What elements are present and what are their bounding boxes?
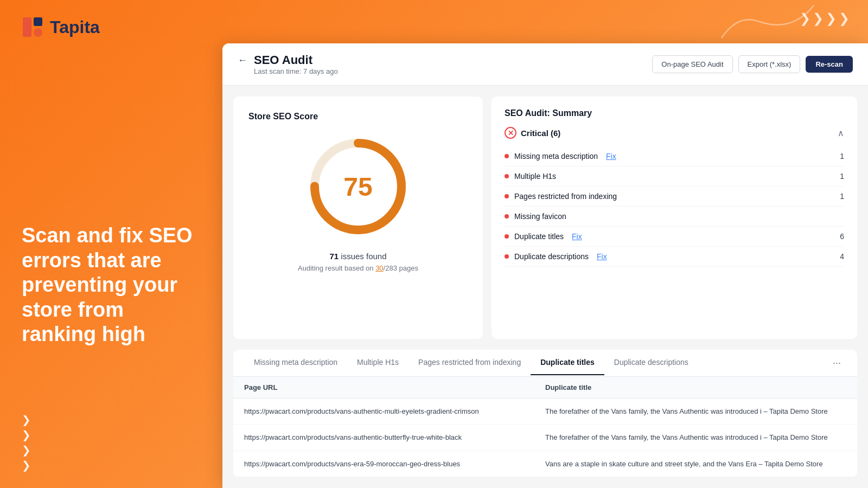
table-row: https://pwacart.com/products/vans-authen… (233, 399, 857, 425)
issue-dot (505, 194, 509, 198)
col1-header: Page URL (244, 383, 545, 391)
svg-rect-1 (34, 17, 42, 26)
fix-link[interactable]: Fix (572, 232, 582, 241)
issue-text: Missing favicon (514, 212, 566, 221)
critical-icon: ✕ (505, 127, 516, 139)
url-cell: https://pwacart.com/products/vans-era-59… (244, 459, 545, 470)
issue-dot (505, 174, 509, 178)
score-card: Store SEO Score 75 71 issues found (233, 97, 483, 339)
hero-text: Scan and fix SEO errors that are prevent… (22, 223, 201, 347)
audit-prefix: Auditing result based on (298, 264, 375, 272)
value-cell: Vans are a staple in skate culture and s… (545, 459, 846, 470)
audit-pages-link[interactable]: 30 (375, 264, 383, 272)
collapse-chevron[interactable]: ∧ (838, 128, 844, 138)
issue-row: Duplicate titlesFix6 (505, 227, 844, 247)
fix-link[interactable]: Fix (597, 252, 607, 261)
issue-text: Duplicate titles (514, 232, 564, 241)
issue-row: Missing meta descriptionFix1 (505, 146, 844, 166)
issues-found: 71 issues found (329, 252, 386, 261)
onpage-seo-audit-button[interactable]: On-page SEO Audit (652, 55, 732, 73)
value-cell: The forefather of the Vans family, the V… (545, 432, 846, 443)
tab-item-0[interactable]: Missing meta description (244, 350, 347, 375)
chevron-4: ❯ (22, 459, 201, 472)
issue-dot (505, 254, 509, 259)
main-content: Store SEO Score 75 71 issues found (222, 86, 868, 350)
issue-text: Pages restricted from indexing (514, 192, 617, 201)
table-rows: https://pwacart.com/products/vans-authen… (233, 399, 857, 478)
url-cell: https://pwacart.com/products/vans-authen… (244, 432, 545, 443)
issue-text: Missing meta description (514, 152, 598, 160)
issue-count: 1 (840, 172, 844, 181)
header-title-row: ← SEO Audit (238, 53, 312, 67)
tab-item-4[interactable]: Duplicate descriptions (604, 350, 698, 375)
issue-left: Pages restricted from indexing (505, 192, 617, 201)
fix-link[interactable]: Fix (606, 152, 616, 160)
issue-count: 6 (840, 232, 844, 241)
table-row: https://pwacart.com/products/vans-era-59… (233, 451, 857, 478)
last-scan-text: Last scan time: 7 days ago (254, 67, 338, 75)
issues-list: Missing meta descriptionFix1 Multiple H1… (505, 146, 844, 267)
issue-count: 1 (840, 152, 844, 160)
chevron-3: ❯ (22, 444, 201, 457)
issues-count: 71 (329, 252, 339, 261)
critical-label: Critical (6) (521, 129, 560, 138)
chevrons-down: ❯ ❯ ❯ ❯ (22, 413, 201, 472)
issue-row: Multiple H1s1 (505, 166, 844, 187)
header-actions: On-page SEO Audit Export (*.xlsx) Re-sca… (652, 55, 853, 73)
issue-row: Pages restricted from indexing1 (505, 187, 844, 207)
tab-item-2[interactable]: Pages restricted from indexing (409, 350, 531, 375)
value-cell: The forefather of the Vans family, the V… (545, 406, 846, 417)
more-tabs-button[interactable]: ··· (827, 350, 846, 376)
tabs-row: Missing meta descriptionMultiple H1sPage… (233, 350, 857, 377)
table-section: Missing meta descriptionMultiple H1sPage… (233, 350, 857, 478)
issue-dot (505, 154, 509, 158)
issue-left: Multiple H1s (505, 172, 556, 181)
critical-header: ✕ Critical (6) ∧ (505, 127, 844, 139)
issues-label: issues found (341, 252, 386, 261)
issue-text: Multiple H1s (514, 172, 556, 181)
critical-left: ✕ Critical (6) (505, 127, 560, 139)
logo-area: Tapita (22, 16, 201, 38)
table-row: https://pwacart.com/products/vans-authen… (233, 425, 857, 451)
donut-center: 75 (343, 172, 372, 202)
audit-result: Auditing result based on 30/283 pages (298, 264, 418, 272)
score-value: 75 (343, 172, 372, 202)
back-button[interactable]: ← (238, 55, 247, 66)
donut-chart: 75 (304, 132, 412, 241)
audit-suffix: /283 pages (384, 264, 418, 272)
issue-left: Missing favicon (505, 212, 566, 221)
tab-item-3[interactable]: Duplicate titles (531, 350, 604, 375)
col2-header: Duplicate title (545, 383, 846, 391)
chevron-2: ❯ (22, 428, 201, 441)
summary-card: SEO Audit: Summary ✕ Critical (6) ∧ Miss… (492, 97, 857, 339)
issue-text: Duplicate descriptions (514, 252, 589, 261)
url-cell: https://pwacart.com/products/vans-authen… (244, 406, 545, 417)
issue-row: Duplicate descriptionsFix4 (505, 247, 844, 267)
issue-count: 4 (840, 252, 844, 261)
decorative-curve (716, 0, 825, 54)
summary-title: SEO Audit: Summary (505, 108, 844, 118)
table-header: Page URL Duplicate title (233, 377, 857, 399)
chevron-1: ❯ (22, 413, 201, 426)
header-left: ← SEO Audit Last scan time: 7 days ago (238, 53, 338, 75)
score-card-title: Store SEO Score (248, 112, 318, 121)
svg-rect-0 (23, 17, 31, 37)
left-panel: Tapita Scan and fix SEO errors that are … (0, 0, 222, 488)
svg-point-2 (34, 28, 42, 37)
logo-text: Tapita (50, 17, 100, 37)
export-button[interactable]: Export (*.xlsx) (738, 55, 801, 73)
issue-count: 1 (840, 192, 844, 201)
rescan-button[interactable]: Re-scan (806, 56, 853, 73)
issue-left: Duplicate titlesFix (505, 232, 582, 241)
issue-left: Duplicate descriptionsFix (505, 252, 607, 261)
issue-dot (505, 234, 509, 239)
page-title: SEO Audit (254, 53, 312, 67)
tab-item-1[interactable]: Multiple H1s (347, 350, 409, 375)
issue-left: Missing meta descriptionFix (505, 152, 616, 160)
tapita-logo-icon (22, 16, 43, 38)
issue-dot (505, 214, 509, 219)
app-window: ← SEO Audit Last scan time: 7 days ago O… (222, 43, 868, 488)
issue-row: Missing favicon (505, 207, 844, 227)
